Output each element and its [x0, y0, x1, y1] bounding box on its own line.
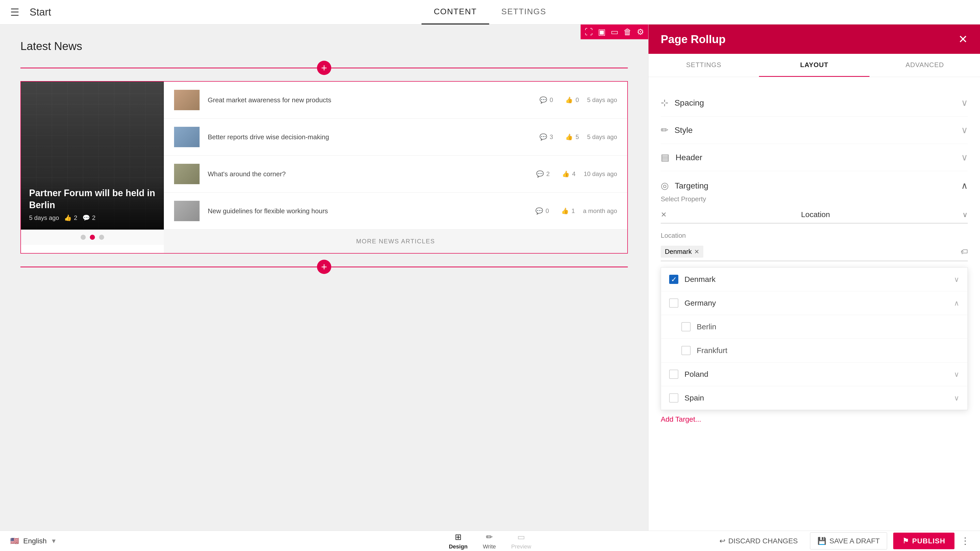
section-left: ⊹ Spacing — [661, 97, 704, 108]
dot-2[interactable] — [90, 235, 95, 240]
poland-chevron-icon[interactable]: ∨ — [954, 370, 959, 379]
tab-panel-settings[interactable]: SETTINGS — [649, 54, 759, 77]
write-icon: ✏ — [486, 532, 493, 542]
add-section-bottom-button[interactable]: + — [317, 260, 331, 274]
targeting-icon: ◎ — [661, 180, 669, 191]
checkbox-berlin[interactable] — [681, 322, 690, 331]
dropdown-item-spain[interactable]: Spain ∨ — [661, 386, 967, 410]
more-articles-button[interactable]: MORE NEWS ARTICLES — [164, 230, 627, 253]
dropdown-label-frankfurt: Frankfurt — [697, 346, 959, 355]
property-value: Location — [801, 210, 830, 219]
divider-line-right — [331, 68, 628, 68]
topbar: ☰ Start CONTENT SETTINGS — [0, 0, 980, 24]
dot-3[interactable] — [99, 235, 104, 240]
article-text: New guidelines for flexible working hour… — [208, 206, 527, 216]
discard-changes-button[interactable]: ↩ DISCARD CHANGES — [713, 533, 804, 549]
article-time: 10 days ago — [584, 170, 617, 178]
dropdown-item-denmark[interactable]: ✓ Denmark ∨ — [661, 268, 967, 291]
carousel-dots — [21, 230, 164, 245]
article-stats: 💬 0 👍 1 — [535, 207, 575, 214]
header-chevron-icon[interactable]: ∨ — [961, 152, 968, 163]
section-spacing: ⊹ Spacing ∨ — [661, 89, 968, 117]
mobile-icon[interactable]: ▭ — [611, 27, 618, 37]
divider-top: + — [21, 61, 628, 75]
page-title: Start — [30, 6, 51, 18]
comment-icon: 💬 — [83, 214, 90, 221]
location-tags: Denmark ✕ 🏷 — [661, 243, 968, 261]
content-area: Latest News + ⛶ ▣ ▭ 🗑 ⚙ — [0, 24, 648, 530]
denmark-chevron-icon[interactable]: ∨ — [954, 275, 959, 284]
section-heading: Latest News — [21, 40, 628, 52]
panel-content: ⊹ Spacing ∨ ✏ Style ∨ ▤ Header ∨ — [649, 77, 980, 530]
language-selector[interactable]: 🇺🇸 English ▼ — [10, 537, 57, 545]
publish-button[interactable]: ⚑ PUBLISH — [893, 533, 955, 549]
style-chevron-icon[interactable]: ∨ — [961, 125, 968, 135]
checkbox-germany[interactable] — [669, 299, 678, 308]
design-icon: ⊞ — [455, 532, 462, 542]
preview-icon: ▭ — [517, 532, 525, 542]
tab-panel-advanced[interactable]: ADVANCED — [870, 54, 980, 77]
header-icon: ▤ — [661, 152, 670, 163]
save-draft-button[interactable]: 💾 SAVE A DRAFT — [810, 532, 887, 549]
comment-stat: 💬 0 — [535, 207, 549, 214]
settings-icon[interactable]: ⚙ — [637, 27, 644, 37]
comment-stat: 💬 0 — [539, 97, 553, 103]
add-target-button[interactable]: Add Target... — [661, 415, 968, 424]
language-label: English — [23, 537, 47, 545]
checkbox-frankfurt[interactable] — [681, 346, 690, 355]
delete-icon[interactable]: 🗑 — [624, 27, 632, 37]
checkbox-poland[interactable] — [669, 370, 678, 379]
tag-label: Denmark — [665, 248, 692, 256]
article-item: What's around the corner? 💬 2 👍 4 10 day… — [164, 156, 627, 192]
right-panel: Page Rollup ✕ SETTINGS LAYOUT ADVANCED ⊹… — [648, 24, 980, 530]
spacing-chevron-icon[interactable]: ∨ — [961, 97, 968, 108]
dropdown-label-spain: Spain — [684, 394, 948, 402]
save-icon: 💾 — [818, 537, 826, 545]
featured-likes: 👍 2 — [64, 214, 77, 221]
tag-remove-icon[interactable]: ✕ — [694, 248, 699, 256]
targeting-section: ◎ Targeting ∧ Select Property ✕ Location… — [661, 171, 968, 424]
close-icon[interactable]: ✕ — [958, 33, 968, 46]
bottom-tab-write[interactable]: ✏ Write — [483, 532, 496, 550]
panel-title: Page Rollup — [661, 33, 725, 46]
clear-property-icon[interactable]: ✕ — [661, 210, 667, 219]
featured-overlay: Partner Forum will be held in Berlin 5 d… — [21, 179, 164, 230]
tab-content[interactable]: CONTENT — [422, 0, 489, 24]
targeting-chevron-icon[interactable]: ∧ — [961, 180, 968, 191]
dropdown-label-germany: Germany — [684, 299, 948, 307]
dropdown-label-denmark: Denmark — [684, 275, 948, 284]
dropdown-item-berlin[interactable]: Berlin — [661, 315, 967, 339]
publish-icon: ⚑ — [902, 537, 909, 545]
article-stats: 💬 0 👍 0 — [539, 97, 579, 103]
checkbox-denmark[interactable]: ✓ — [669, 275, 678, 284]
language-chevron-icon[interactable]: ▼ — [51, 537, 57, 545]
action-buttons: ↩ DISCARD CHANGES 💾 SAVE A DRAFT ⚑ PUBLI… — [713, 532, 970, 549]
fullscreen-icon[interactable]: ⛶ — [585, 27, 593, 37]
select-property-dropdown[interactable]: ✕ Location ∨ — [661, 206, 968, 224]
dropdown-item-germany[interactable]: Germany ∧ — [661, 291, 967, 315]
tab-settings[interactable]: SETTINGS — [489, 0, 558, 24]
article-text: Great market awareness for new products — [208, 95, 531, 105]
spain-chevron-icon[interactable]: ∨ — [954, 394, 959, 402]
dropdown-item-poland[interactable]: Poland ∨ — [661, 362, 967, 386]
featured-image: Partner Forum will be held in Berlin 5 d… — [21, 82, 164, 230]
divider-line-left — [21, 68, 317, 68]
dot-1[interactable] — [81, 235, 86, 240]
write-label: Write — [483, 543, 496, 550]
divider-line-right-b — [331, 267, 628, 267]
germany-chevron-icon[interactable]: ∧ — [954, 299, 959, 307]
property-chevron-icon[interactable]: ∨ — [963, 210, 968, 219]
tab-panel-layout[interactable]: LAYOUT — [759, 54, 870, 77]
comment-stat: 💬 3 — [539, 133, 553, 141]
dropdown-item-frankfurt[interactable]: Frankfurt — [661, 339, 967, 362]
add-section-top-button[interactable]: + — [317, 61, 331, 75]
tag-label-icon[interactable]: 🏷 — [961, 248, 968, 256]
bottom-tab-design[interactable]: ⊞ Design — [449, 532, 468, 550]
layout-icon[interactable]: ▣ — [598, 27, 606, 37]
article-text: What's around the corner? — [208, 169, 528, 179]
checkbox-spain[interactable] — [669, 393, 678, 403]
more-options-button[interactable]: ⋮ — [961, 536, 970, 546]
bottom-tab-preview: ▭ Preview — [511, 532, 531, 550]
menu-icon[interactable]: ☰ — [10, 6, 19, 18]
article-text: Better reports drive wise decision-makin… — [208, 132, 531, 142]
